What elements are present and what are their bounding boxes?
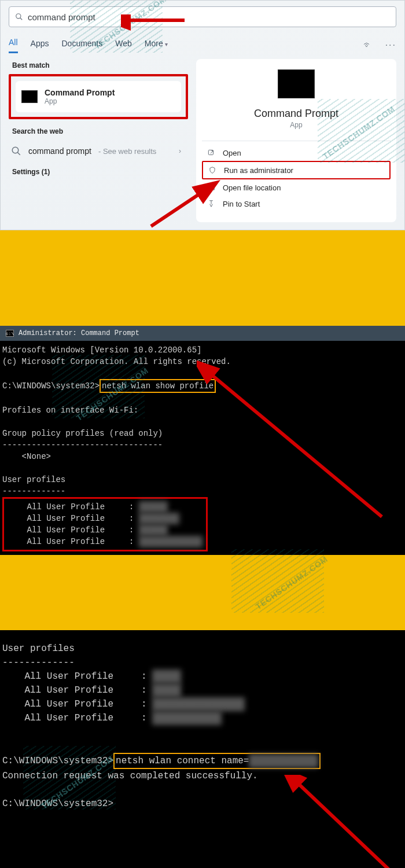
svg-point-0 (16, 14, 21, 19)
best-match-label: Best match (12, 61, 188, 69)
result-subtitle: App (45, 97, 115, 105)
watermark-text: TECHSCHUMZ.COM (254, 554, 330, 611)
search-box[interactable] (9, 6, 396, 27)
chevron-down-icon: ▾ (165, 41, 168, 47)
svg-point-3 (12, 147, 19, 153)
titlebar: c:\ Administrator: Command Prompt (0, 326, 405, 341)
result-command-prompt[interactable]: Command Prompt App (16, 81, 181, 112)
action-open[interactable]: Open (202, 145, 391, 161)
network-icon[interactable]: ᯤ (363, 40, 373, 50)
article-background: TECHSCHUMZ.COM (0, 555, 405, 630)
pin-icon (207, 199, 216, 208)
detail-subtitle: App (290, 121, 302, 129)
tab-web[interactable]: Web (115, 38, 132, 53)
action-pin-to-start[interactable]: Pin to Start (202, 196, 391, 212)
action-label: Run as administrator (224, 166, 293, 175)
tab-more[interactable]: More▾ (145, 38, 168, 53)
open-icon (207, 148, 216, 157)
action-label: Open file location (223, 183, 281, 192)
cmd-icon: c:\ (6, 330, 14, 337)
tab-apps[interactable]: Apps (31, 38, 49, 53)
highlight-profiles: All User Profile : xxx All User Profile … (2, 497, 208, 551)
more-icon[interactable]: ··· (385, 40, 396, 50)
search-icon (11, 146, 21, 156)
terminal-output[interactable]: Microsoft Windows [Version 10.0.22000.65… (0, 341, 405, 580)
svg-line-1 (20, 18, 23, 20)
result-title: Command Prompt (45, 88, 115, 97)
action-label: Open (223, 149, 241, 157)
windows-search-panel: TECHSCHUMZ.COM All Apps Documents Web Mo… (0, 0, 405, 230)
tab-documents[interactable]: Documents (61, 38, 102, 53)
shield-icon (208, 165, 217, 175)
folder-icon (207, 183, 216, 192)
highlight-command: netsh wlan show profile (100, 379, 216, 393)
search-web-label: Search the web (12, 127, 188, 135)
web-query-text: command prompt (28, 146, 91, 156)
command-prompt-icon (21, 90, 38, 103)
result-detail-panel: Command Prompt App TECHSCHUMZ.COM Open R… (196, 59, 396, 222)
settings-label: Settings (1) (12, 168, 188, 176)
action-open-file-location[interactable]: Open file location (202, 179, 391, 196)
terminal-output[interactable]: User profiles ------------- All User Pro… (0, 630, 405, 816)
article-background (0, 230, 405, 326)
command-prompt-icon (278, 69, 315, 98)
web-search-row[interactable]: command prompt - See web results › (9, 140, 188, 162)
cmd-window-2: TECHSCHUMZ.COM User profiles -----------… (0, 630, 405, 868)
search-icon (15, 13, 23, 21)
cmd-window-1: c:\ Administrator: Command Prompt TECHSC… (0, 326, 405, 555)
search-tabs: All Apps Documents Web More▾ ᯤ ··· (9, 36, 396, 53)
chevron-right-icon: › (179, 147, 181, 155)
search-input[interactable] (28, 12, 390, 22)
highlight-best-match: Command Prompt App (9, 74, 188, 119)
tab-all[interactable]: All (9, 36, 18, 53)
svg-line-4 (17, 152, 20, 155)
action-label: Pin to Start (223, 200, 260, 208)
web-query-suffix: - See web results (98, 147, 156, 156)
detail-title: Command Prompt (254, 108, 338, 120)
action-run-as-admin[interactable]: Run as administrator (202, 161, 391, 179)
highlight-command: netsh wlan connect name=xxxx xxxx (113, 753, 321, 769)
window-title: Administrator: Command Prompt (19, 329, 139, 337)
